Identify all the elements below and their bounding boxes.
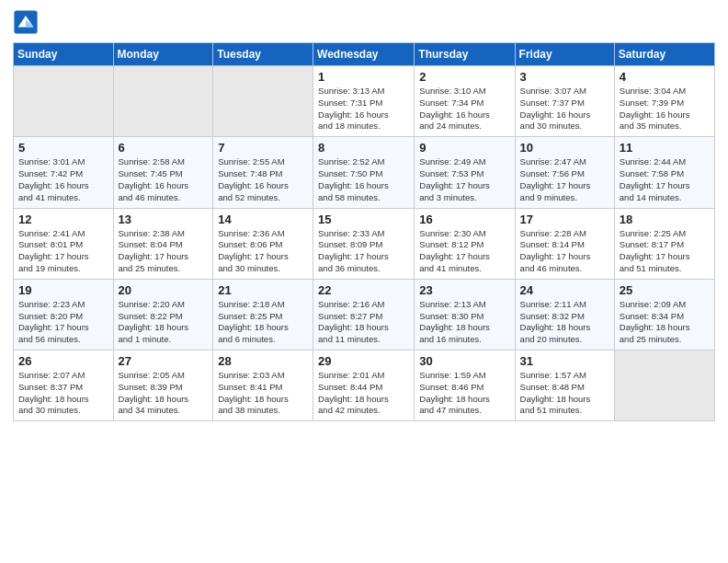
day-info: Sunrise: 2:52 AM Sunset: 7:50 PM Dayligh… [318,156,409,203]
header-day-tuesday: Tuesday [213,43,313,66]
calendar-cell: 24Sunrise: 2:11 AM Sunset: 8:32 PM Dayli… [515,279,614,350]
day-number: 10 [520,141,609,155]
calendar-cell: 15Sunrise: 2:33 AM Sunset: 8:09 PM Dayli… [313,208,415,279]
calendar-cell: 9Sunrise: 2:49 AM Sunset: 7:53 PM Daylig… [415,137,515,208]
day-number: 3 [520,70,609,84]
day-info: Sunrise: 2:25 AM Sunset: 8:17 PM Dayligh… [620,228,710,275]
day-info: Sunrise: 2:05 AM Sunset: 8:39 PM Dayligh… [119,370,209,417]
week-row-0: 1Sunrise: 3:13 AM Sunset: 7:31 PM Daylig… [14,66,715,137]
calendar-header: SundayMondayTuesdayWednesdayThursdayFrid… [14,43,715,66]
calendar-cell: 18Sunrise: 2:25 AM Sunset: 8:17 PM Dayli… [614,208,714,279]
day-info: Sunrise: 2:41 AM Sunset: 8:01 PM Dayligh… [18,228,108,275]
day-number: 1 [318,70,409,84]
day-info: Sunrise: 1:57 AM Sunset: 8:48 PM Dayligh… [520,370,609,417]
calendar-cell [213,66,313,137]
header-day-wednesday: Wednesday [313,43,415,66]
calendar-cell: 3Sunrise: 3:07 AM Sunset: 7:37 PM Daylig… [515,66,614,137]
calendar-cell: 16Sunrise: 2:30 AM Sunset: 8:12 PM Dayli… [415,208,515,279]
calendar-body: 1Sunrise: 3:13 AM Sunset: 7:31 PM Daylig… [14,66,715,421]
calendar-cell: 26Sunrise: 2:07 AM Sunset: 8:37 PM Dayli… [14,350,114,421]
day-number: 2 [419,70,509,84]
calendar-cell: 11Sunrise: 2:44 AM Sunset: 7:58 PM Dayli… [614,137,714,208]
day-info: Sunrise: 2:03 AM Sunset: 8:41 PM Dayligh… [218,370,308,417]
header-day-friday: Friday [515,43,614,66]
day-number: 11 [620,141,710,155]
calendar-cell: 20Sunrise: 2:20 AM Sunset: 8:22 PM Dayli… [113,279,213,350]
week-row-4: 26Sunrise: 2:07 AM Sunset: 8:37 PM Dayli… [14,350,715,421]
day-info: Sunrise: 2:36 AM Sunset: 8:06 PM Dayligh… [218,228,308,275]
day-info: Sunrise: 3:13 AM Sunset: 7:31 PM Dayligh… [318,86,409,132]
header-day-sunday: Sunday [14,43,114,66]
day-info: Sunrise: 2:18 AM Sunset: 8:25 PM Dayligh… [218,299,308,346]
day-info: Sunrise: 3:10 AM Sunset: 7:34 PM Dayligh… [419,86,509,132]
calendar-cell: 1Sunrise: 3:13 AM Sunset: 7:31 PM Daylig… [313,66,415,137]
day-number: 30 [419,354,509,368]
day-info: Sunrise: 2:16 AM Sunset: 8:27 PM Dayligh… [318,299,409,346]
calendar-cell: 5Sunrise: 3:01 AM Sunset: 7:42 PM Daylig… [14,137,114,208]
day-info: Sunrise: 3:04 AM Sunset: 7:39 PM Dayligh… [620,86,710,132]
day-info: Sunrise: 2:49 AM Sunset: 7:53 PM Dayligh… [419,156,509,203]
calendar-cell: 4Sunrise: 3:04 AM Sunset: 7:39 PM Daylig… [614,66,714,137]
day-number: 24 [520,283,609,297]
day-info: Sunrise: 2:07 AM Sunset: 8:37 PM Dayligh… [18,370,108,417]
logo [13,9,42,35]
day-number: 8 [318,141,409,155]
day-number: 22 [318,283,409,297]
day-info: Sunrise: 2:13 AM Sunset: 8:30 PM Dayligh… [419,299,509,346]
calendar-cell [14,66,114,137]
day-number: 23 [419,283,509,297]
day-number: 7 [218,141,308,155]
calendar-cell: 29Sunrise: 2:01 AM Sunset: 8:44 PM Dayli… [313,350,415,421]
header-day-saturday: Saturday [614,43,714,66]
day-number: 29 [318,354,409,368]
calendar-cell: 27Sunrise: 2:05 AM Sunset: 8:39 PM Dayli… [113,350,213,421]
day-info: Sunrise: 2:38 AM Sunset: 8:04 PM Dayligh… [119,228,209,275]
calendar-cell: 21Sunrise: 2:18 AM Sunset: 8:25 PM Dayli… [213,279,313,350]
day-info: Sunrise: 2:47 AM Sunset: 7:56 PM Dayligh… [520,156,609,203]
day-number: 25 [620,283,710,297]
day-number: 17 [520,213,609,226]
calendar-cell [113,66,213,137]
day-number: 19 [18,283,108,297]
calendar-cell: 19Sunrise: 2:23 AM Sunset: 8:20 PM Dayli… [14,279,114,350]
day-number: 28 [218,354,308,368]
day-number: 6 [119,141,209,155]
page: SundayMondayTuesdayWednesdayThursdayFrid… [0,0,728,563]
calendar-cell: 10Sunrise: 2:47 AM Sunset: 7:56 PM Dayli… [515,137,614,208]
day-number: 26 [18,354,108,368]
day-number: 9 [419,141,509,155]
day-info: Sunrise: 1:59 AM Sunset: 8:46 PM Dayligh… [419,370,509,417]
day-number: 15 [318,213,409,226]
calendar-cell: 30Sunrise: 1:59 AM Sunset: 8:46 PM Dayli… [415,350,515,421]
calendar-cell: 22Sunrise: 2:16 AM Sunset: 8:27 PM Dayli… [313,279,415,350]
day-number: 21 [218,283,308,297]
day-number: 31 [520,354,609,368]
day-info: Sunrise: 2:20 AM Sunset: 8:22 PM Dayligh… [119,299,209,346]
day-number: 16 [419,213,509,226]
day-info: Sunrise: 3:07 AM Sunset: 7:37 PM Dayligh… [520,86,609,132]
day-info: Sunrise: 2:44 AM Sunset: 7:58 PM Dayligh… [620,156,710,203]
day-info: Sunrise: 2:30 AM Sunset: 8:12 PM Dayligh… [419,228,509,275]
header-row: SundayMondayTuesdayWednesdayThursdayFrid… [14,43,715,66]
calendar-cell: 7Sunrise: 2:55 AM Sunset: 7:48 PM Daylig… [213,137,313,208]
header [13,9,715,35]
calendar-cell: 23Sunrise: 2:13 AM Sunset: 8:30 PM Dayli… [415,279,515,350]
calendar-cell: 17Sunrise: 2:28 AM Sunset: 8:14 PM Dayli… [515,208,614,279]
day-number: 27 [119,354,209,368]
day-info: Sunrise: 2:28 AM Sunset: 8:14 PM Dayligh… [520,228,609,275]
week-row-3: 19Sunrise: 2:23 AM Sunset: 8:20 PM Dayli… [14,279,715,350]
day-number: 4 [620,70,710,84]
calendar-cell: 13Sunrise: 2:38 AM Sunset: 8:04 PM Dayli… [113,208,213,279]
calendar-cell: 14Sunrise: 2:36 AM Sunset: 8:06 PM Dayli… [213,208,313,279]
week-row-1: 5Sunrise: 3:01 AM Sunset: 7:42 PM Daylig… [14,137,715,208]
calendar-cell: 12Sunrise: 2:41 AM Sunset: 8:01 PM Dayli… [14,208,114,279]
day-info: Sunrise: 2:09 AM Sunset: 8:34 PM Dayligh… [620,299,710,346]
day-number: 18 [620,213,710,226]
calendar-table: SundayMondayTuesdayWednesdayThursdayFrid… [13,42,715,421]
day-number: 5 [18,141,108,155]
calendar-cell: 6Sunrise: 2:58 AM Sunset: 7:45 PM Daylig… [113,137,213,208]
day-info: Sunrise: 2:55 AM Sunset: 7:48 PM Dayligh… [218,156,308,203]
calendar-cell: 31Sunrise: 1:57 AM Sunset: 8:48 PM Dayli… [515,350,614,421]
day-info: Sunrise: 2:01 AM Sunset: 8:44 PM Dayligh… [318,370,409,417]
header-day-monday: Monday [113,43,213,66]
